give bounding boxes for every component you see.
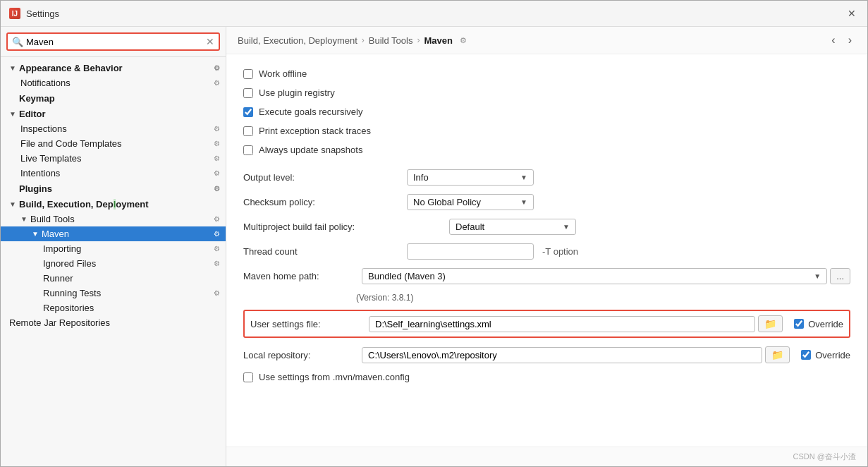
close-button[interactable]: ✕ (845, 6, 859, 20)
sidebar-item-label: Appearance & Behavior (19, 63, 123, 73)
search-icon: 🔍 (12, 37, 23, 47)
sidebar-item-ignored-files[interactable]: Ignored Files ⚙ (1, 256, 226, 271)
sidebar-item-plugins[interactable]: ▶ Plugins ⚙ (1, 181, 226, 196)
output-level-row: Output level: Info ▼ (243, 169, 850, 186)
search-input[interactable] (26, 37, 203, 47)
maven-home-browse-button[interactable]: ... (830, 268, 850, 284)
local-repository-input[interactable] (362, 347, 762, 363)
sidebar-item-label: Running Tests (43, 288, 101, 298)
checksum-policy-dropdown[interactable]: No Global Policy ▼ (407, 194, 534, 210)
breadcrumb-maven: Maven (424, 35, 452, 46)
settings-icon: ⚙ (214, 140, 220, 147)
sidebar-item-intentions[interactable]: Intentions ⚙ (1, 166, 226, 181)
user-settings-override-row: Override (794, 319, 843, 329)
work-offline-label[interactable]: Work offline (259, 68, 307, 79)
chevron-down-icon: ▼ (32, 230, 39, 238)
checksum-policy-label: Checksum policy: (243, 197, 398, 207)
title-bar-left: IJ Settings (9, 8, 59, 19)
user-settings-input[interactable] (369, 316, 755, 332)
sidebar-item-keymap[interactable]: ▶ Keymap (1, 90, 226, 106)
print-exception-checkbox[interactable] (243, 126, 253, 136)
sidebar: 🔍 ✕ ▼ Appearance & Behavior ⚙ Notificati… (1, 27, 226, 466)
chevron-down-icon: ▼ (814, 272, 821, 280)
output-level-dropdown[interactable]: Info ▼ (407, 169, 534, 186)
search-input-wrapper[interactable]: 🔍 ✕ (6, 32, 220, 51)
settings-icon: ⚙ (214, 245, 220, 253)
output-level-label: Output level: (243, 172, 398, 183)
sidebar-item-label: Remote Jar Repositories (9, 317, 110, 328)
sidebar-item-running-tests[interactable]: Running Tests ⚙ (1, 286, 226, 301)
maven-home-dropdown[interactable]: Bundled (Maven 3) ▼ (362, 268, 827, 284)
sidebar-item-label: Ignored Files (43, 258, 96, 269)
always-update-row: Always update snapshots (243, 145, 850, 155)
sidebar-item-label: Build, Execution, Deployment (19, 199, 148, 210)
search-clear-icon[interactable]: ✕ (206, 36, 214, 47)
forward-button[interactable]: › (844, 32, 856, 48)
sidebar-item-remote-jar[interactable]: Remote Jar Repositories (1, 315, 226, 330)
print-exception-row: Print exception stack traces (243, 126, 850, 136)
thread-count-row: Thread count -T option (243, 243, 850, 260)
always-update-label[interactable]: Always update snapshots (259, 145, 362, 155)
settings-icon: ⚙ (214, 260, 220, 267)
sidebar-item-label: Repositories (43, 303, 94, 313)
sidebar-item-live-templates[interactable]: Live Templates ⚙ (1, 151, 226, 166)
execute-goals-label[interactable]: Execute goals recursively (259, 107, 362, 117)
sidebar-item-inspections[interactable]: Inspections ⚙ (1, 121, 226, 136)
output-level-value: Info (413, 172, 516, 183)
use-settings-mvn-checkbox[interactable] (243, 372, 253, 382)
window-title: Settings (26, 8, 59, 19)
sidebar-item-appearance[interactable]: ▼ Appearance & Behavior ⚙ (1, 60, 226, 75)
maven-home-value: Bundled (Maven 3) (368, 271, 809, 281)
sidebar-tree: ▼ Appearance & Behavior ⚙ Notifications … (1, 57, 226, 466)
sidebar-item-importing[interactable]: Importing ⚙ (1, 241, 226, 256)
sidebar-item-build-tools[interactable]: ▼ Build Tools ⚙ (1, 212, 226, 226)
multiproject-policy-row: Multiproject build fail policy: Default … (243, 219, 850, 235)
work-offline-checkbox[interactable] (243, 69, 253, 79)
user-settings-override-label[interactable]: Override (808, 319, 843, 329)
sidebar-item-label: Build Tools (30, 214, 75, 224)
use-plugin-registry-label[interactable]: Use plugin registry (259, 87, 335, 98)
app-icon: IJ (9, 8, 20, 19)
sidebar-item-editor[interactable]: ▼ Editor (1, 106, 226, 121)
sidebar-item-build-exec-deploy[interactable]: ▼ Build, Execution, Deployment (1, 196, 226, 212)
settings-icon: ⚙ (214, 185, 220, 193)
user-settings-row: User settings file: 📁 Override (250, 315, 843, 332)
work-offline-row: Work offline (243, 68, 850, 79)
local-repository-override-checkbox[interactable] (801, 350, 811, 360)
use-settings-mvn-label[interactable]: Use settings from .mvn/maven.config (259, 372, 410, 382)
user-settings-browse-button[interactable]: 📁 (758, 315, 783, 332)
settings-window: IJ Settings ✕ 🔍 ✕ ▼ Appearance & Behavio… (0, 0, 868, 467)
sidebar-item-label: Runner (43, 273, 73, 284)
execute-goals-row: Execute goals recursively (243, 107, 850, 117)
folder-icon: 📁 (771, 349, 783, 360)
sidebar-item-maven[interactable]: ▼ Maven ⚙ (1, 226, 226, 241)
local-repository-browse-button[interactable]: 📁 (765, 346, 790, 363)
execute-goals-checkbox[interactable] (243, 107, 253, 117)
maven-home-row: Maven home path: Bundled (Maven 3) ▼ ... (243, 268, 850, 284)
settings-icon: ⚙ (214, 215, 220, 223)
thread-count-label: Thread count (243, 246, 398, 257)
settings-icon: ⚙ (214, 79, 220, 87)
use-plugin-registry-checkbox[interactable] (243, 88, 253, 98)
sidebar-item-repositories[interactable]: Repositories (1, 301, 226, 315)
sidebar-item-file-code-templates[interactable]: File and Code Templates ⚙ (1, 136, 226, 151)
chevron-down-icon: ▼ (563, 223, 570, 231)
local-repository-override-label[interactable]: Override (815, 350, 850, 360)
settings-icon: ⚙ (214, 154, 220, 162)
settings-icon: ⚙ (214, 169, 220, 177)
thread-count-input[interactable] (407, 243, 534, 260)
always-update-checkbox[interactable] (243, 145, 253, 155)
use-plugin-registry-row: Use plugin registry (243, 87, 850, 98)
back-button[interactable]: ‹ (827, 32, 839, 48)
sidebar-item-label: File and Code Templates (20, 138, 122, 149)
sidebar-item-label: Intentions (20, 168, 60, 178)
user-settings-override-checkbox[interactable] (794, 319, 804, 329)
print-exception-label[interactable]: Print exception stack traces (259, 126, 371, 136)
sidebar-item-runner[interactable]: Runner (1, 271, 226, 286)
local-repository-override-row: Override (801, 350, 850, 360)
sidebar-item-notifications[interactable]: Notifications ⚙ (1, 75, 226, 90)
settings-panel: Work offline Use plugin registry Execute… (226, 54, 867, 447)
breadcrumb-build-tools: Build Tools (369, 35, 413, 46)
chevron-down-icon: ▼ (9, 64, 16, 72)
multiproject-policy-dropdown[interactable]: Default ▼ (449, 219, 576, 235)
